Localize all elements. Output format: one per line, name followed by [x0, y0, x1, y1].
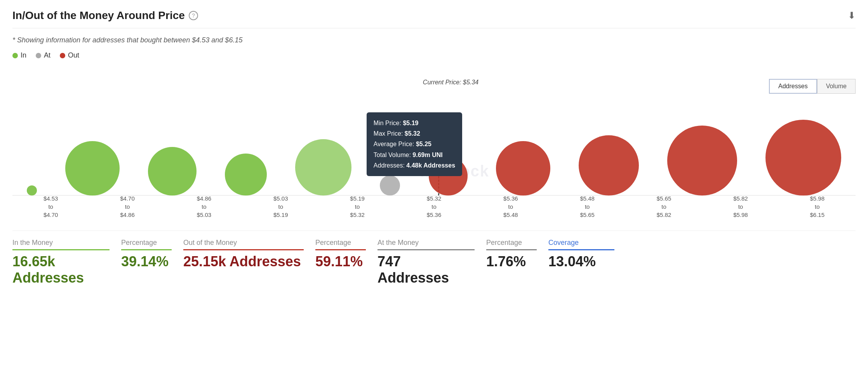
legend-dot-green	[12, 53, 18, 58]
stat-label-out-the-money: Out of the Money	[183, 239, 304, 247]
bubble-10	[667, 126, 737, 196]
legend-dot-red	[60, 53, 65, 58]
x-label-11: $5.98to$6.15	[810, 194, 825, 219]
bubble-4	[225, 154, 267, 196]
title-group: In/Out of the Money Around Price ?	[12, 9, 198, 22]
toggle-buttons: Addresses Volume	[769, 79, 856, 94]
stat-underline-coverage	[548, 249, 614, 250]
tooltip-avg-value: $5.25	[416, 141, 431, 147]
legend-label-at: At	[44, 51, 50, 59]
x-label-8: $5.48to$5.65	[580, 194, 595, 219]
stat-group-coverage: Coverage 13.04%	[548, 239, 626, 286]
stat-group-out-the-money: Out of the Money 25.15k Addresses	[183, 239, 315, 286]
stat-value-out-the-money: 25.15k Addresses	[183, 253, 304, 270]
bubble-2	[65, 141, 120, 196]
stat-label-coverage: Coverage	[548, 239, 614, 247]
toggle-addresses-button[interactable]: Addresses	[769, 79, 817, 94]
bubble-8	[496, 141, 550, 196]
stat-label-at-the-money: At the Money	[377, 239, 475, 247]
toggle-volume-button[interactable]: Volume	[817, 79, 856, 94]
x-label-10: $5.82to$5.98	[733, 194, 748, 219]
x-label-6: $5.32to$5.36	[427, 194, 442, 219]
tooltip-addresses-value: 4.48k Addresses	[406, 162, 455, 169]
header-row: In/Out of the Money Around Price ? ⬇	[12, 9, 856, 28]
x-label-2: $4.70to$4.86	[120, 194, 135, 219]
stat-underline-percentage-in	[121, 249, 172, 250]
legend-item-out: Out	[60, 51, 79, 59]
stat-group-percentage-at: Percentage 1.76%	[486, 239, 548, 286]
legend-dot-gray	[36, 53, 41, 58]
stat-value-percentage-at: 1.76%	[486, 253, 537, 270]
bubble-group-6	[380, 175, 400, 196]
legend-item-in: In	[12, 51, 26, 59]
stat-label-percentage-at: Percentage	[486, 239, 537, 247]
bubble-group-11	[765, 120, 841, 196]
bubble-group-4	[225, 154, 267, 196]
legend-item-at: At	[36, 51, 50, 59]
tooltip-min-value: $5.19	[403, 120, 418, 126]
tooltip-avg-label: Average Price:	[374, 141, 414, 147]
x-label-9: $5.65to$5.82	[657, 194, 671, 219]
stat-underline-in-the-money	[12, 249, 110, 250]
tooltip-volume-value: 9.69m UNI	[412, 152, 442, 158]
bubble-3	[148, 147, 197, 196]
chart-section: Addresses Volume Current Price: $5.34 in…	[12, 79, 856, 219]
x-label-3: $4.86to$5.03	[197, 194, 212, 219]
download-icon[interactable]: ⬇	[848, 10, 856, 21]
tooltip-volume-label: Total Volume:	[374, 152, 411, 158]
tooltip-max-value: $5.32	[405, 130, 420, 137]
bubble-6	[380, 175, 400, 196]
tooltip-box: Min Price: $5.19 Max Price: $5.32 Averag…	[367, 112, 462, 176]
bubble-group-3	[148, 147, 197, 196]
legend-label-in: In	[21, 51, 26, 59]
bubble-9	[579, 135, 639, 196]
stat-underline-percentage-at	[486, 249, 537, 250]
x-label-1: $4.53to$4.70	[43, 194, 58, 219]
stat-label-in-the-money: In the Money	[12, 239, 110, 247]
stat-value-percentage-in: 39.14%	[121, 253, 172, 270]
x-labels: $4.53to$4.70 $4.70to$4.86 $4.86to$5.03 $…	[12, 194, 856, 219]
stat-value-percentage-out: 59.11%	[315, 253, 366, 270]
stat-underline-out-the-money	[183, 249, 304, 250]
stat-underline-percentage-out	[315, 249, 366, 250]
stat-value-at-the-money: 747 Addresses	[377, 253, 475, 286]
tooltip-max-label: Max Price:	[374, 130, 403, 137]
x-label-7: $5.36to$5.48	[503, 194, 518, 219]
tooltip-addresses-label: Addresses:	[374, 162, 405, 169]
legend-label-out: Out	[68, 51, 79, 59]
stat-value-coverage: 13.04%	[548, 253, 614, 270]
info-text: * Showing information for addresses that…	[12, 36, 856, 44]
page-title: In/Out of the Money Around Price	[12, 9, 185, 22]
help-icon[interactable]: ?	[189, 11, 198, 20]
stat-label-percentage-in: Percentage	[121, 239, 172, 247]
bubble-11	[765, 120, 841, 196]
stat-label-percentage-out: Percentage	[315, 239, 366, 247]
stat-group-at-the-money: At the Money 747 Addresses	[377, 239, 486, 286]
page-container: In/Out of the Money Around Price ? ⬇ * S…	[0, 0, 868, 295]
x-label-5: $5.19to$5.32	[350, 194, 365, 219]
bubble-5	[295, 139, 351, 196]
stat-group-percentage-in: Percentage 39.14%	[121, 239, 183, 286]
tooltip-min-label: Min Price:	[374, 120, 401, 126]
chart-area: Current Price: $5.34 ineblock	[12, 79, 856, 219]
legend-row: In At Out	[12, 51, 856, 59]
bubble-group-5	[295, 139, 351, 196]
stats-row: In the Money 16.65k Addresses Percentage…	[12, 231, 856, 286]
stat-group-in-the-money: In the Money 16.65k Addresses	[12, 239, 121, 286]
stat-underline-at-the-money	[377, 249, 475, 250]
x-label-4: $5.03to$5.19	[273, 194, 288, 219]
stat-group-percentage-out: Percentage 59.11%	[315, 239, 377, 286]
bubble-group-9	[579, 135, 639, 196]
stat-value-in-the-money: 16.65k Addresses	[12, 253, 110, 286]
bubble-group-10	[667, 126, 737, 196]
current-price-label: Current Price: $5.34	[423, 79, 478, 86]
bubble-group-2	[65, 141, 120, 196]
bubble-group-8	[496, 141, 550, 196]
